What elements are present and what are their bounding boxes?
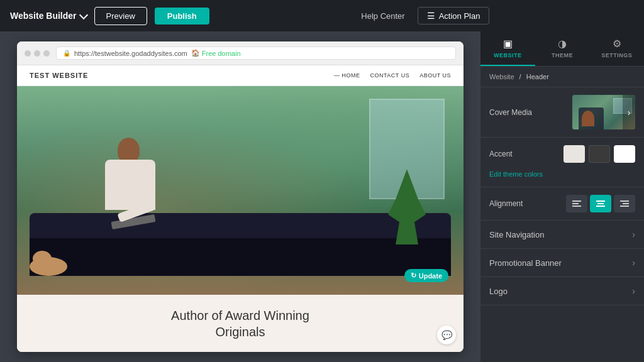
help-center-link[interactable]: Help Center: [361, 11, 404, 21]
browser-dot-2: [34, 50, 40, 57]
breadcrumb-parent[interactable]: Website: [489, 73, 514, 80]
edit-theme-link[interactable]: Edit theme colors: [489, 168, 635, 179]
website-tab-label: WEBSITE: [494, 52, 522, 58]
browser-dots: [25, 50, 50, 57]
topbar-center: Help Center ☰ Action Plan: [217, 7, 634, 25]
action-plan-button[interactable]: ☰ Action Plan: [418, 7, 490, 25]
theme-tab-icon: ◑: [558, 38, 567, 50]
site-nav-about[interactable]: ABOUT US: [419, 72, 451, 79]
cover-media-row: Cover Media ›: [489, 95, 635, 129]
top-bar: Website Builder Preview Publish Help Cen…: [0, 0, 644, 31]
svg-rect-4: [597, 203, 604, 204]
alignment-options: [566, 195, 635, 212]
site-nav-home[interactable]: — HOME: [334, 72, 360, 79]
site-navigation-label: Site Navigation: [489, 230, 544, 239]
brand-chevron-icon: [79, 10, 87, 19]
website-tab-icon: ▣: [503, 38, 513, 50]
right-panel: ▣ WEBSITE ◑ THEME ⚙ SETTINGS Website / H…: [480, 31, 644, 362]
free-domain-badge: 🏠 Free domain: [191, 49, 241, 57]
svg-rect-8: [620, 206, 629, 207]
swatch-light[interactable]: [564, 145, 585, 163]
publish-button[interactable]: Publish: [155, 8, 209, 25]
hero-image-sim: [17, 86, 464, 295]
svg-rect-5: [596, 206, 605, 207]
settings-tab-label: SETTINGS: [601, 52, 632, 58]
action-plan-icon: ☰: [427, 11, 435, 21]
cover-media-next-arrow[interactable]: ›: [623, 95, 635, 129]
align-left-button[interactable]: [566, 195, 587, 212]
chat-button[interactable]: 💬: [437, 326, 456, 344]
cover-media-section: Cover Media ›: [480, 87, 644, 138]
brand-label: Website Builder: [10, 11, 77, 21]
logo-label: Logo: [489, 287, 508, 296]
cover-media-label: Cover Media: [489, 108, 532, 117]
brand-area[interactable]: Website Builder: [10, 11, 87, 21]
main-content: 🔒 https://testwebsite.godaddysites.com 🏠…: [0, 31, 644, 362]
site-nav: — HOME CONTACT US ABOUT US: [334, 72, 451, 79]
free-domain-label: Free domain: [202, 50, 241, 57]
browser-chrome: 🔒 https://testwebsite.godaddysites.com 🏠…: [17, 41, 464, 65]
site-name: TEST WEBSITE: [30, 72, 88, 79]
edit-theme-link-text: Edit theme colors: [489, 170, 543, 178]
breadcrumb: Website / Header: [480, 67, 644, 87]
site-caption-title: Author of Award Winning Originals: [30, 307, 451, 340]
svg-rect-2: [572, 206, 581, 207]
accent-row: Accent: [489, 145, 635, 163]
promotional-banner-label: Promotional Banner: [489, 258, 562, 268]
update-badge-label: Update: [419, 272, 442, 280]
align-center-button[interactable]: [590, 195, 611, 212]
alignment-section: Alignment: [480, 187, 644, 221]
pet-sim: [30, 244, 80, 276]
logo-row[interactable]: Logo ›: [480, 277, 644, 305]
svg-rect-0: [572, 200, 581, 202]
breadcrumb-current: Header: [526, 73, 549, 80]
align-right-button[interactable]: [614, 195, 635, 212]
color-swatches: [564, 145, 635, 163]
site-nav-contact[interactable]: CONTACT US: [370, 72, 409, 79]
site-header: TEST WEBSITE — HOME CONTACT US ABOUT US: [17, 65, 464, 86]
align-right-icon: [620, 200, 629, 207]
browser-window: 🔒 https://testwebsite.godaddysites.com 🏠…: [17, 41, 464, 352]
settings-tab-icon: ⚙: [613, 38, 621, 50]
tab-website[interactable]: ▣ WEBSITE: [480, 31, 535, 66]
cover-media-thumb-container: ›: [572, 95, 635, 129]
caption-line2: Originals: [216, 325, 265, 339]
align-left-icon: [572, 200, 581, 207]
site-navigation-row[interactable]: Site Navigation ›: [480, 221, 644, 249]
accent-label: Accent: [489, 150, 527, 158]
align-center-icon: [596, 200, 605, 207]
browser-url: https://testwebsite.godaddysites.com: [74, 50, 187, 57]
preview-button[interactable]: Preview: [94, 7, 147, 25]
swatch-dark[interactable]: [589, 145, 610, 163]
update-badge[interactable]: ↻ Update: [404, 269, 448, 282]
browser-address-bar[interactable]: 🔒 https://testwebsite.godaddysites.com 🏠…: [56, 47, 456, 60]
site-caption: Author of Award Winning Originals 💬: [17, 295, 464, 352]
svg-rect-7: [623, 203, 629, 204]
svg-rect-6: [620, 200, 629, 202]
svg-rect-1: [572, 203, 579, 204]
svg-rect-3: [596, 200, 605, 202]
browser-dot-3: [43, 50, 50, 57]
swatch-white[interactable]: [614, 145, 635, 163]
browser-dot-1: [25, 50, 31, 57]
flag-icon: 🏠: [191, 49, 200, 57]
browser-area: 🔒 https://testwebsite.godaddysites.com 🏠…: [0, 31, 480, 362]
hero-image: ↻ Update: [17, 86, 464, 295]
lock-icon: 🔒: [63, 50, 70, 57]
promotional-banner-chevron-icon: ›: [632, 258, 635, 268]
update-badge-icon: ↻: [411, 272, 416, 280]
site-navigation-chevron-icon: ›: [632, 229, 635, 239]
tab-settings[interactable]: ⚙ SETTINGS: [589, 31, 644, 66]
action-plan-label: Action Plan: [439, 11, 480, 21]
tab-theme[interactable]: ◑ THEME: [535, 31, 590, 66]
logo-chevron-icon: ›: [632, 286, 635, 296]
alignment-label: Alignment: [489, 199, 527, 208]
theme-tab-label: THEME: [552, 52, 573, 58]
breadcrumb-separator: /: [519, 73, 521, 80]
panel-tabs: ▣ WEBSITE ◑ THEME ⚙ SETTINGS: [480, 31, 644, 67]
caption-line1: Author of Award Winning: [171, 309, 309, 322]
accent-section: Accent Edit theme colors: [480, 138, 644, 187]
cover-media-thumbnail[interactable]: ›: [572, 95, 635, 129]
promotional-banner-row[interactable]: Promotional Banner ›: [480, 249, 644, 277]
person-sim: [80, 138, 180, 251]
